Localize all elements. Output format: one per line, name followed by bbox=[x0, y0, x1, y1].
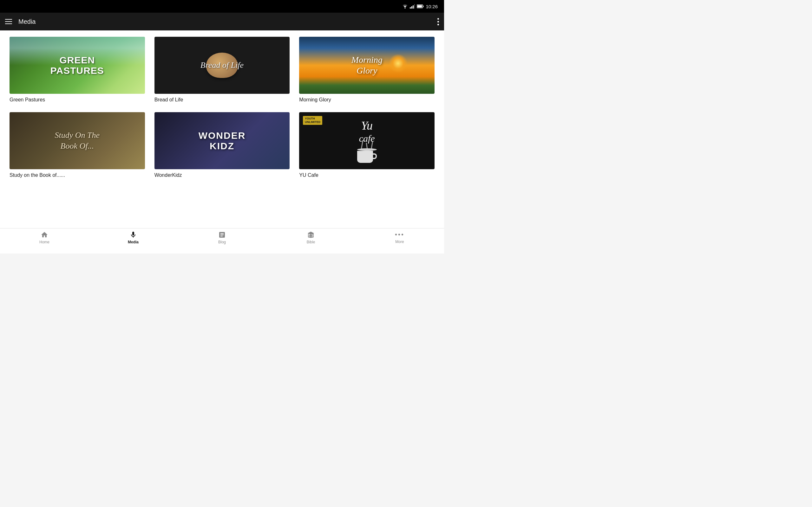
svg-rect-6 bbox=[417, 5, 422, 8]
media-label-morning-glory: Morning Glory bbox=[299, 97, 331, 102]
hamburger-menu[interactable] bbox=[5, 19, 12, 24]
nav-label-blog: Blog bbox=[218, 240, 226, 244]
thumbnail-bread-of-life: Bread of Life bbox=[154, 37, 290, 94]
media-icon bbox=[130, 231, 137, 239]
signal-icon bbox=[410, 4, 415, 9]
bible-icon bbox=[307, 231, 315, 239]
nav-label-media: Media bbox=[128, 240, 139, 244]
media-label-study-book: Study on the Book of...... bbox=[9, 172, 65, 178]
bottom-nav: Home Media Blog Bible bbox=[0, 228, 444, 253]
thumb-text-bread-of-life: Bread of Life bbox=[200, 60, 244, 70]
media-grid: GREENPASTURES Green Pastures Bread of Li… bbox=[9, 37, 435, 178]
nav-item-media[interactable]: Media bbox=[120, 231, 146, 244]
thumb-text-study-book: Study On TheBook Of... bbox=[55, 130, 100, 152]
media-item-study-book[interactable]: Study On TheBook Of... Study on the Book… bbox=[9, 112, 145, 178]
svg-rect-4 bbox=[414, 4, 415, 9]
svg-rect-8 bbox=[310, 232, 311, 233]
media-label-wonderkidz: WonderKidz bbox=[154, 172, 182, 178]
nav-item-home[interactable]: Home bbox=[32, 231, 57, 244]
main-content: GREENPASTURES Green Pastures Bread of Li… bbox=[0, 31, 444, 228]
media-item-yu-cafe[interactable]: YOUTHUNLIMITED Yu cafe YU Cafe bbox=[299, 112, 435, 178]
nav-item-blog[interactable]: Blog bbox=[209, 231, 235, 244]
status-icons: 10:26 bbox=[402, 4, 438, 9]
thumbnail-study-book: Study On TheBook Of... bbox=[9, 112, 145, 169]
more-icon: ••• bbox=[395, 231, 404, 238]
svg-rect-2 bbox=[411, 6, 412, 9]
thumbnail-wonderkidz: WONDERKIDZ bbox=[154, 112, 290, 169]
media-label-green-pastures: Green Pastures bbox=[9, 97, 45, 102]
media-item-wonderkidz[interactable]: WONDERKIDZ WonderKidz bbox=[154, 112, 290, 178]
home-icon bbox=[41, 231, 48, 239]
svg-rect-1 bbox=[410, 7, 411, 9]
thumbnail-green-pastures: GREENPASTURES bbox=[9, 37, 145, 94]
battery-icon bbox=[417, 4, 424, 8]
media-label-bread-of-life: Bread of Life bbox=[154, 97, 183, 102]
media-item-morning-glory[interactable]: MorningGlory Morning Glory bbox=[299, 37, 435, 103]
media-label-yu-cafe: YU Cafe bbox=[299, 172, 318, 178]
thumbnail-yu-cafe: YOUTHUNLIMITED Yu cafe bbox=[299, 112, 435, 169]
app-title: Media bbox=[18, 18, 36, 25]
cup-graphic bbox=[357, 148, 377, 163]
media-item-green-pastures[interactable]: GREENPASTURES Green Pastures bbox=[9, 37, 145, 103]
nav-label-home: Home bbox=[39, 240, 49, 244]
more-options-button[interactable] bbox=[438, 18, 439, 25]
nav-item-bible[interactable]: Bible bbox=[298, 231, 323, 244]
thumb-text-wonderkidz: WONDERKIDZ bbox=[199, 130, 246, 151]
media-item-bread-of-life[interactable]: Bread of Life Bread of Life bbox=[154, 37, 290, 103]
blog-icon bbox=[218, 231, 226, 239]
svg-rect-3 bbox=[413, 5, 414, 9]
youth-unlimited-badge: YOUTHUNLIMITED bbox=[303, 116, 322, 125]
status-time: 10:26 bbox=[426, 4, 438, 9]
nav-label-bible: Bible bbox=[307, 240, 315, 244]
status-bar: 10:26 bbox=[0, 0, 444, 13]
wifi-icon bbox=[402, 4, 408, 9]
nav-item-more[interactable]: ••• More bbox=[387, 231, 412, 244]
nav-label-more: More bbox=[395, 239, 404, 244]
app-bar: Media bbox=[0, 13, 444, 31]
svg-rect-7 bbox=[423, 6, 424, 7]
nav-items: Home Media Blog Bible bbox=[0, 231, 444, 244]
svg-point-0 bbox=[405, 8, 406, 9]
thumbnail-morning-glory: MorningGlory bbox=[299, 37, 435, 94]
app-bar-left: Media bbox=[5, 18, 36, 25]
thumb-text-morning-glory: MorningGlory bbox=[351, 55, 383, 76]
thumb-text-green-pastures: GREENPASTURES bbox=[50, 55, 104, 76]
